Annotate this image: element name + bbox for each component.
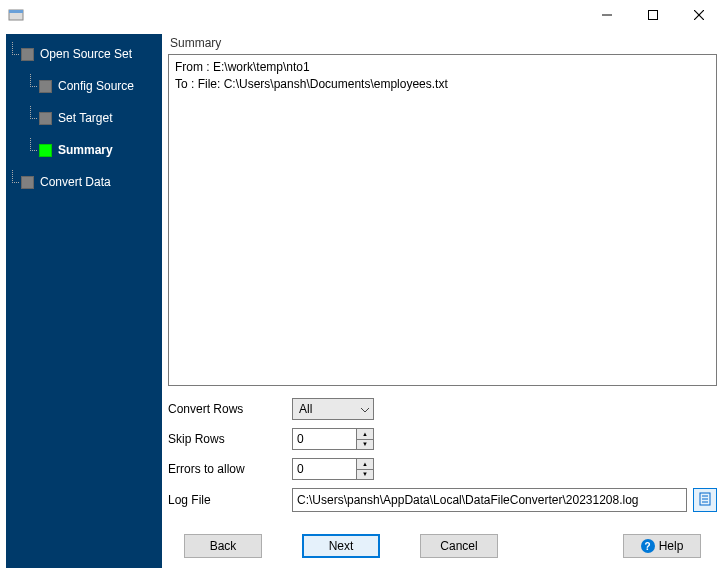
- chevron-down-icon: [361, 402, 369, 416]
- summary-line: To : File: C:\Users\pansh\Documents\empl…: [175, 76, 710, 93]
- body: Open Source Set Config Source Set Target…: [0, 30, 722, 572]
- sidebar-item-convert-data[interactable]: Convert Data: [12, 170, 156, 194]
- sidebar-item-label: Summary: [58, 143, 113, 157]
- spin-down-button[interactable]: ▼: [357, 440, 373, 450]
- logfile-input[interactable]: [292, 488, 687, 512]
- logfile-browse-button[interactable]: [693, 488, 717, 512]
- setting-label: Convert Rows: [168, 402, 292, 416]
- tree-node-icon: [21, 48, 34, 61]
- settings-panel: Convert Rows All Skip Rows ▲ ▼: [166, 394, 719, 524]
- tree-node-active-icon: [39, 144, 52, 157]
- skip-rows-spinner: ▲ ▼: [292, 428, 374, 450]
- errors-spinner: ▲ ▼: [292, 458, 374, 480]
- tree-connector-icon: [30, 74, 37, 87]
- setting-convert-rows: Convert Rows All: [168, 398, 717, 420]
- close-button[interactable]: [676, 0, 722, 30]
- app-icon: [8, 7, 24, 23]
- back-button[interactable]: Back: [184, 534, 262, 558]
- setting-label: Errors to allow: [168, 462, 292, 476]
- spin-up-button[interactable]: ▲: [357, 459, 373, 470]
- spin-up-button[interactable]: ▲: [357, 429, 373, 440]
- wizard-footer: Back Next Cancel ? Help: [166, 524, 719, 568]
- setting-label: Log File: [168, 493, 292, 507]
- wizard-sidebar: Open Source Set Config Source Set Target…: [6, 34, 162, 568]
- tree-connector-icon: [12, 170, 19, 183]
- sidebar-item-open-source-set[interactable]: Open Source Set: [12, 42, 156, 66]
- spin-down-button[interactable]: ▼: [357, 470, 373, 480]
- spin-controls: ▲ ▼: [356, 458, 374, 480]
- window: Open Source Set Config Source Set Target…: [0, 0, 722, 572]
- tree-connector-icon: [30, 106, 37, 119]
- tree-connector-icon: [30, 138, 37, 151]
- spin-controls: ▲ ▼: [356, 428, 374, 450]
- maximize-button[interactable]: [630, 0, 676, 30]
- sidebar-item-set-target[interactable]: Set Target: [30, 106, 156, 130]
- skip-rows-input[interactable]: [292, 428, 356, 450]
- select-value: All: [299, 402, 312, 416]
- sidebar-item-config-source[interactable]: Config Source: [30, 74, 156, 98]
- minimize-button[interactable]: [584, 0, 630, 30]
- svg-rect-3: [649, 11, 658, 20]
- next-button[interactable]: Next: [302, 534, 380, 558]
- setting-logfile: Log File: [168, 488, 717, 512]
- tree-node-icon: [39, 80, 52, 93]
- help-button[interactable]: ? Help: [623, 534, 701, 558]
- sidebar-item-label: Config Source: [58, 79, 134, 93]
- summary-textbox[interactable]: From : E:\work\temp\nto1 To : File: C:\U…: [168, 54, 717, 386]
- tree-connector-icon: [12, 42, 19, 55]
- titlebar: [0, 0, 722, 30]
- setting-skip-rows: Skip Rows ▲ ▼: [168, 428, 717, 450]
- document-icon: [698, 492, 712, 509]
- setting-errors: Errors to allow ▲ ▼: [168, 458, 717, 480]
- convert-rows-select[interactable]: All: [292, 398, 374, 420]
- tree-node-icon: [21, 176, 34, 189]
- setting-label: Skip Rows: [168, 432, 292, 446]
- sidebar-item-summary[interactable]: Summary: [30, 138, 156, 162]
- svg-rect-1: [9, 10, 23, 13]
- sidebar-item-label: Set Target: [58, 111, 112, 125]
- sidebar-item-label: Convert Data: [40, 175, 111, 189]
- summary-line: From : E:\work\temp\nto1: [175, 59, 710, 76]
- cancel-button[interactable]: Cancel: [420, 534, 498, 558]
- help-icon: ?: [641, 539, 655, 553]
- section-title: Summary: [166, 34, 719, 52]
- errors-input[interactable]: [292, 458, 356, 480]
- titlebar-controls: [584, 0, 722, 30]
- main-panel: Summary From : E:\work\temp\nto1 To : Fi…: [166, 34, 719, 568]
- sidebar-item-label: Open Source Set: [40, 47, 132, 61]
- tree-node-icon: [39, 112, 52, 125]
